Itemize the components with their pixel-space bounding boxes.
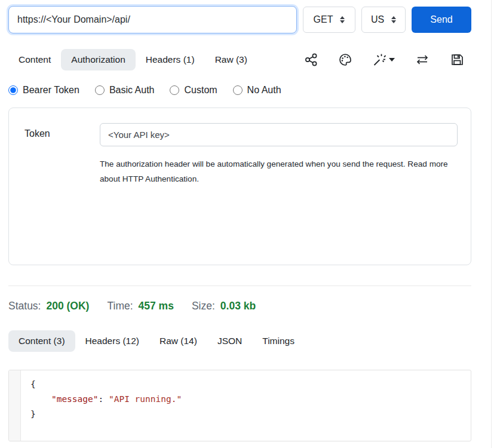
status-size: Size: 0.03 kb [192, 300, 256, 312]
time-value: 457 ms [139, 300, 174, 312]
resp-tab-headers[interactable]: Headers (12) [75, 330, 149, 352]
status-time: Time: 457 ms [107, 300, 173, 312]
response-json: { "message": "API running."} [21, 370, 471, 441]
tab-raw[interactable]: Raw (3) [205, 49, 257, 70]
select-updown-icon [391, 16, 396, 23]
radio-basic-auth-label: Basic Auth [109, 85, 155, 96]
swap-arrows-icon[interactable] [415, 53, 430, 67]
response-body-viewer[interactable]: { "message": "API running."} [8, 370, 471, 441]
json-close-brace: } [30, 409, 36, 419]
region-select-value: US [371, 14, 384, 25]
token-label: Token [24, 123, 100, 186]
region-select[interactable]: US [361, 7, 406, 33]
token-panel: Token The authorization header will be a… [8, 108, 471, 265]
response-tabs: Content (3) Headers (12) Raw (14) JSON T… [8, 330, 471, 352]
json-separator: : [99, 394, 109, 404]
request-bar: GET US Send [8, 6, 471, 33]
radio-no-auth[interactable]: No Auth [233, 85, 281, 96]
json-indent [30, 394, 51, 404]
palette-icon[interactable] [338, 53, 352, 67]
code-gutter [9, 370, 21, 441]
save-icon[interactable] [450, 53, 464, 67]
auth-type-options: Bearer Token Basic Auth Custom No Auth [8, 85, 471, 96]
radio-bearer-token-input[interactable] [8, 85, 18, 95]
request-tabs: Content Authorization Headers (1) Raw (3… [8, 49, 471, 70]
radio-custom-label: Custom [184, 85, 217, 96]
json-line: { [30, 377, 461, 392]
json-open-brace: { [30, 379, 36, 389]
wand-dropdown-caret [389, 58, 395, 62]
status-label: Status: [8, 300, 41, 312]
toolbar-icons [304, 53, 471, 67]
tab-authorization[interactable]: Authorization [61, 49, 135, 70]
url-input[interactable] [8, 6, 297, 33]
json-line: } [30, 407, 461, 422]
token-help-line1: The authorization header will be automat… [100, 157, 458, 171]
share-icon[interactable] [304, 53, 318, 67]
tab-headers[interactable]: Headers (1) [136, 49, 205, 70]
send-button[interactable]: Send [412, 7, 471, 33]
status-code: Status: 200 (OK) [8, 300, 89, 312]
resp-tab-raw[interactable]: Raw (14) [149, 330, 207, 352]
radio-no-auth-input[interactable] [233, 85, 243, 95]
resp-tab-timings[interactable]: Timings [252, 330, 305, 352]
method-select-value: GET [314, 14, 333, 25]
json-value: "API running." [109, 394, 182, 404]
status-value: 200 (OK) [46, 300, 89, 312]
json-line: "message": "API running." [30, 392, 461, 407]
tab-content[interactable]: Content [8, 49, 61, 70]
token-input[interactable] [100, 123, 458, 146]
radio-bearer-token[interactable]: Bearer Token [8, 85, 79, 96]
section-divider [8, 286, 471, 286]
method-select[interactable]: GET [303, 7, 355, 33]
token-help-line2: about HTTP Authentication. [100, 171, 458, 186]
radio-basic-auth-input[interactable] [95, 85, 105, 95]
magic-wand-icon[interactable] [372, 53, 395, 67]
time-label: Time: [107, 300, 133, 312]
resp-tab-content[interactable]: Content (3) [8, 330, 75, 352]
token-help-text: The authorization header will be automat… [100, 157, 458, 186]
size-value: 0.03 kb [220, 300, 256, 312]
json-key: "message" [51, 394, 99, 404]
api-client-page: GET US Send Content Authorization Header… [0, 0, 500, 448]
response-status-bar: Status: 200 (OK) Time: 457 ms Size: 0.03… [8, 300, 471, 312]
size-label: Size: [192, 300, 215, 312]
main-panel: GET US Send Content Authorization Header… [0, 0, 492, 448]
radio-no-auth-label: No Auth [247, 85, 281, 96]
select-updown-icon [340, 16, 345, 23]
radio-bearer-token-label: Bearer Token [23, 85, 79, 96]
radio-basic-auth[interactable]: Basic Auth [95, 85, 155, 96]
radio-custom[interactable]: Custom [170, 85, 217, 96]
resp-tab-json[interactable]: JSON [207, 330, 252, 352]
radio-custom-input[interactable] [170, 85, 179, 95]
